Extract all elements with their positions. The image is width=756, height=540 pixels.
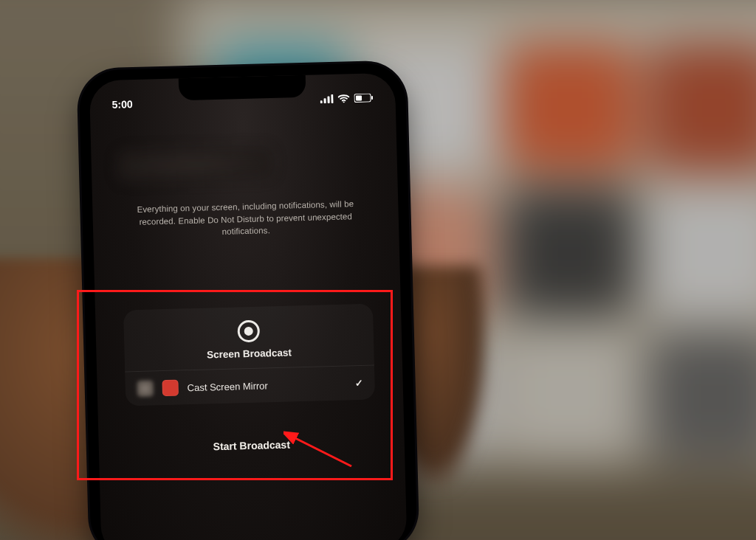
broadcast-target-label: Cast Screen Mirror — [188, 378, 346, 393]
app-icon — [162, 380, 179, 397]
start-broadcast-button[interactable]: Start Broadcast — [126, 426, 377, 465]
wifi-icon — [337, 94, 349, 103]
svg-rect-2 — [327, 97, 329, 104]
status-time: 5:00 — [111, 98, 132, 111]
svg-rect-6 — [356, 95, 362, 100]
app-icon — [137, 380, 154, 397]
record-icon — [123, 317, 374, 346]
broadcast-panel: Screen Broadcast Cast Screen Mirror ✓ — [123, 304, 375, 406]
svg-rect-3 — [331, 94, 333, 103]
cellular-icon — [320, 94, 333, 103]
svg-rect-7 — [371, 96, 373, 100]
battery-icon — [354, 93, 373, 103]
svg-rect-1 — [324, 98, 326, 103]
redacted-app-title — [117, 147, 273, 181]
broadcast-target-row[interactable]: Cast Screen Mirror ✓ — [125, 365, 375, 406]
checkmark-icon: ✓ — [354, 377, 362, 388]
svg-point-4 — [343, 101, 345, 103]
phone-screen: 5:00 Everything on your screen, includin… — [89, 73, 408, 540]
status-bar: 5:00 — [89, 89, 395, 114]
svg-rect-0 — [320, 100, 323, 103]
iphone-device: 5:00 Everything on your screen, includin… — [78, 62, 417, 540]
recording-disclaimer: Everything on your screen, including not… — [123, 198, 368, 241]
